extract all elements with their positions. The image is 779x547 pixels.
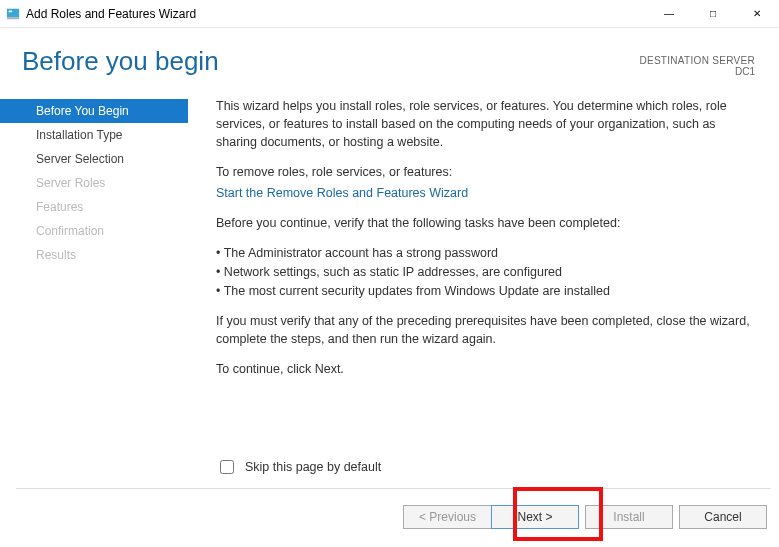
previous-button: < Previous xyxy=(403,505,491,529)
server-manager-icon xyxy=(6,7,20,21)
sidebar-item-before-you-begin[interactable]: Before You Begin xyxy=(0,99,188,123)
destination-server: DESTINATION SERVER DC1 xyxy=(639,55,755,77)
remove-prompt: To remove roles, role services, or featu… xyxy=(216,163,755,181)
destination-value: DC1 xyxy=(639,66,755,77)
close-button[interactable]: ✕ xyxy=(735,0,779,28)
sidebar-item-installation-type[interactable]: Installation Type xyxy=(0,123,188,147)
svg-rect-0 xyxy=(7,8,19,17)
next-button[interactable]: Next > xyxy=(491,505,579,529)
window-title: Add Roles and Features Wizard xyxy=(26,7,647,21)
maximize-button[interactable]: □ xyxy=(691,0,735,28)
verify-note: If you must verify that any of the prece… xyxy=(216,312,755,348)
sidebar-item-server-roles: Server Roles xyxy=(0,171,188,195)
sidebar-item-confirmation: Confirmation xyxy=(0,219,188,243)
verify-prompt: Before you continue, verify that the fol… xyxy=(216,214,755,232)
sidebar-item-server-selection[interactable]: Server Selection xyxy=(0,147,188,171)
intro-text: This wizard helps you install roles, rol… xyxy=(216,97,755,151)
cancel-button[interactable]: Cancel xyxy=(679,505,767,529)
remove-wizard-link[interactable]: Start the Remove Roles and Features Wiza… xyxy=(216,184,755,202)
skip-page-checkbox[interactable]: Skip this page by default xyxy=(216,457,381,477)
wizard-content: This wizard helps you install roles, rol… xyxy=(188,91,779,391)
skip-page-label: Skip this page by default xyxy=(245,460,381,474)
sidebar-item-results: Results xyxy=(0,243,188,267)
wizard-sidebar: Before You Begin Installation Type Serve… xyxy=(0,91,188,391)
button-bar: < Previous Next > Install Cancel xyxy=(403,505,767,529)
separator xyxy=(16,488,771,489)
titlebar: Add Roles and Features Wizard — □ ✕ xyxy=(0,0,779,28)
svg-rect-2 xyxy=(9,10,13,12)
sidebar-item-features: Features xyxy=(0,195,188,219)
page-title: Before you begin xyxy=(22,46,219,77)
checklist-item: The Administrator account has a strong p… xyxy=(216,244,755,262)
minimize-button[interactable]: — xyxy=(647,0,691,28)
skip-page-checkbox-input[interactable] xyxy=(220,460,234,474)
checklist-item: The most current security updates from W… xyxy=(216,282,755,300)
destination-label: DESTINATION SERVER xyxy=(639,55,755,66)
continue-note: To continue, click Next. xyxy=(216,360,755,378)
svg-rect-1 xyxy=(7,17,19,19)
checklist-item: Network settings, such as static IP addr… xyxy=(216,263,755,281)
prereq-checklist: The Administrator account has a strong p… xyxy=(216,244,755,300)
install-button: Install xyxy=(585,505,673,529)
